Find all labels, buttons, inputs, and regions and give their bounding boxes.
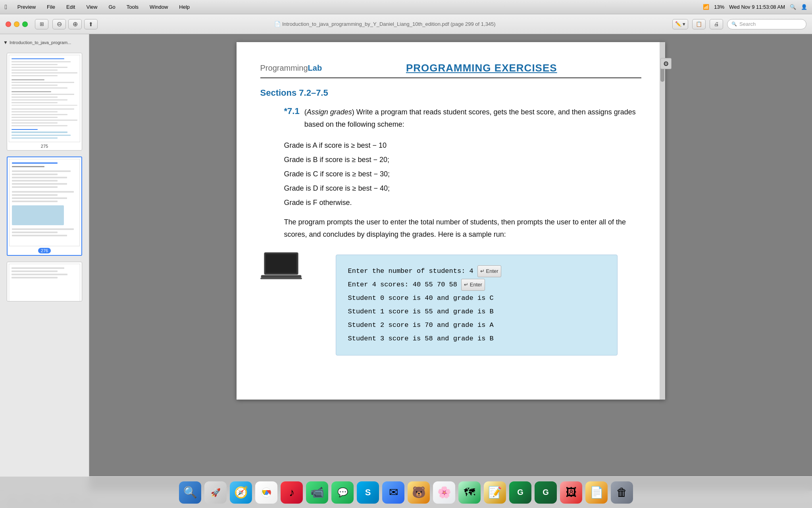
search-icon[interactable]: 🔍 — [790, 4, 796, 10]
enter-button-2: ↵ Enter — [461, 279, 485, 291]
dock-bear[interactable]: 🐻 — [408, 481, 430, 504]
search-icon: 🔍 — [731, 21, 737, 27]
sample-line-4: Student 1 score is 55 and grade is B — [348, 305, 605, 319]
maximize-button[interactable] — [22, 21, 28, 27]
laptop-svg — [260, 251, 304, 286]
thumb-content-276 — [9, 159, 80, 246]
share-button[interactable]: ⬆ — [84, 19, 98, 29]
toolbar: ⊞ ⊖ ⊕ ⬆ 📄 Introduction_to_java_programmi… — [0, 14, 812, 34]
dock-preview[interactable]: 🖼 — [560, 481, 582, 504]
dock-safari[interactable]: 🧭 — [230, 481, 252, 504]
dock-trash[interactable]: 🗑 — [611, 481, 633, 504]
user-icon[interactable]: 👤 — [801, 4, 807, 10]
svg-rect-3 — [260, 278, 302, 279]
sidebar-collapse-icon[interactable]: ▼ — [3, 40, 8, 45]
wifi-icon: 📶 — [703, 4, 709, 10]
dock-skype[interactable]: S — [357, 481, 379, 504]
nav-section: ⊞ — [35, 19, 48, 29]
sidebar-title: Introduction_to_java_program... — [10, 40, 71, 45]
menu-preview[interactable]: Preview — [15, 3, 38, 11]
menu-window[interactable]: Window — [147, 3, 170, 11]
dock: 🔍 🚀 🧭 ♪ 📹 💬 S ✉ 🐻 🌸 🗺 📝 G G 🖼 📄 🗑 — [0, 476, 812, 508]
settings-icon[interactable]: ⚙ — [660, 58, 672, 69]
minimize-button[interactable] — [14, 21, 19, 27]
sample-line-1: Enter the number of students: 4 ↵ Enter — [348, 265, 605, 278]
menu-edit[interactable]: Edit — [64, 3, 77, 11]
scroll-track — [660, 42, 665, 400]
window-title: 📄 Introduction_to_java_programming_by_Y_… — [102, 21, 668, 27]
exercise-number: *7.1 — [284, 106, 300, 130]
page-thumbnail-275[interactable]: 275 — [7, 53, 82, 151]
grade-item-a: Grade is A if score is ≥ best − 10 — [284, 138, 641, 153]
markup-button[interactable]: 📋 — [692, 19, 706, 29]
zoom-section: ⊖ ⊕ ⬆ — [52, 19, 98, 29]
dock-grammarly-1[interactable]: G — [509, 481, 531, 504]
page-header: ProgrammingLab PROGRAMMING EXERCISES — [260, 62, 641, 78]
sample-line-3: Student 0 score is 40 and grade is C — [348, 292, 605, 305]
grade-item-c: Grade is C if score is ≥ best − 30; — [284, 167, 641, 181]
thumb-content-next — [9, 264, 80, 301]
page-thumbnail-276[interactable]: 276 — [7, 156, 82, 256]
pdf-area[interactable]: ⚙ ProgrammingLab PROGRAMMING EXERCISES S… — [89, 34, 812, 491]
menu-tools[interactable]: Tools — [124, 3, 141, 11]
dock-grammarly-2[interactable]: G — [535, 481, 557, 504]
annotation-button[interactable]: ✏️ ▾ — [672, 19, 688, 29]
page-num-275: 275 — [9, 144, 80, 149]
menu-view[interactable]: View — [84, 3, 100, 11]
enter-button-1: ↵ Enter — [477, 265, 501, 277]
sample-run-box: Enter the number of students: 4 ↵ Enter … — [336, 255, 618, 355]
dock-mail[interactable]: ✉ — [382, 481, 404, 504]
page-num-276: 276 — [9, 248, 80, 253]
laptop-illustration — [260, 251, 304, 288]
sidebar-toggle-button[interactable]: ⊞ — [35, 19, 48, 29]
dock-chrome[interactable] — [255, 481, 277, 504]
menu-go[interactable]: Go — [106, 3, 117, 11]
exercise-title-close-paren: ) — [352, 108, 354, 116]
header-programming: ProgrammingLab — [260, 64, 322, 73]
exercise-title: Assign grades — [307, 108, 352, 116]
sample-line-6: Student 3 score is 58 and grade is B — [348, 332, 605, 346]
print-button[interactable]: 🖨 — [710, 19, 723, 29]
zoom-out-button[interactable]: ⊖ — [52, 19, 66, 29]
exercise-block: *7.1 (Assign grades) Write a program tha… — [284, 106, 641, 130]
dock-maps[interactable]: 🗺 — [458, 481, 481, 504]
main-area: ▼ Introduction_to_java_program... — [0, 34, 812, 491]
dock-pages[interactable]: 📄 — [585, 481, 608, 504]
active-page-badge: 276 — [38, 248, 51, 253]
sidebar-header: ▼ Introduction_to_java_program... — [0, 38, 89, 47]
sample-line-5: Student 2 score is 70 and grade is A — [348, 319, 605, 332]
grade-item-d: Grade is D if score is ≥ best − 40; — [284, 181, 641, 195]
section-title: PROGRAMMING EXERCISES — [406, 62, 557, 74]
subsection-title: Sections 7.2–7.5 — [260, 88, 641, 98]
apple-logo-icon[interactable]:  — [5, 4, 7, 11]
menu-help[interactable]: Help — [177, 3, 192, 11]
thumb-content-275 — [9, 55, 80, 142]
grades-list: Grade is A if score is ≥ best − 10 Grade… — [260, 138, 641, 210]
close-button[interactable] — [6, 21, 11, 27]
menu-bar:  Preview File Edit View Go Tools Window… — [0, 0, 812, 14]
search-placeholder: Search — [739, 21, 756, 27]
menu-file[interactable]: File — [44, 3, 58, 11]
clock: Wed Nov 9 11:53:08 AM — [729, 4, 785, 10]
dock-finder[interactable]: 🔍 — [179, 481, 201, 504]
page-thumbnail-next[interactable] — [7, 262, 82, 301]
search-bar[interactable]: 🔍 Search — [727, 19, 806, 29]
svg-rect-2 — [261, 275, 301, 278]
dock-messages[interactable]: 💬 — [331, 481, 354, 504]
dock-launchpad[interactable]: 🚀 — [204, 481, 227, 504]
grade-item-f: Grade is F otherwise. — [284, 195, 641, 210]
menubar-right: 📶 13% Wed Nov 9 11:53:08 AM 🔍 👤 — [703, 4, 807, 10]
dock-music[interactable]: ♪ — [281, 481, 303, 504]
exercise-text: (Assign grades) Write a program that rea… — [304, 106, 641, 130]
dock-notes[interactable]: 📝 — [484, 481, 506, 504]
dock-photos[interactable]: 🌸 — [433, 481, 455, 504]
dock-facetime[interactable]: 📹 — [306, 481, 328, 504]
zoom-in-button[interactable]: ⊕ — [68, 19, 82, 29]
sidebar: ▼ Introduction_to_java_program... — [0, 34, 89, 491]
pdf-page: ⚙ ProgrammingLab PROGRAMMING EXERCISES S… — [237, 42, 665, 400]
battery-status: 13% — [714, 4, 724, 10]
description-text: The program prompts the user to enter th… — [284, 216, 641, 240]
sample-run-section: Enter the number of students: 4 ↵ Enter … — [260, 247, 641, 363]
sample-line-2: Enter 4 scores: 40 55 70 58 ↵ Enter — [348, 278, 605, 292]
grade-item-b: Grade is B if score is ≥ best − 20; — [284, 153, 641, 167]
